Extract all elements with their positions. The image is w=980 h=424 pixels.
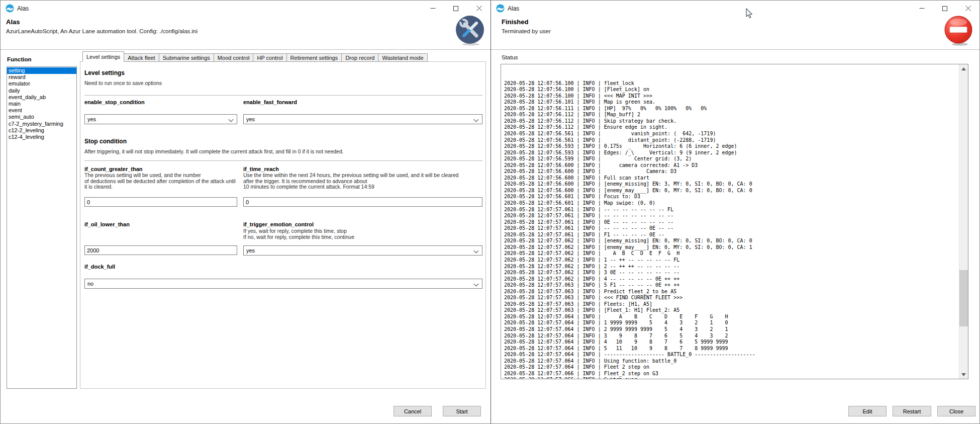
log-line: 2020-05-28 12:07:57.063 | INFO | [Fleet_… [504,307,755,314]
maximize-button[interactable] [933,1,956,16]
function-item-reward[interactable]: reward [7,74,76,80]
log-line: 2020-05-28 12:07:57.061 | INFO | 0E -- -… [504,219,755,226]
log-line: 2020-05-28 12:07:57.061 | INFO | -- -- -… [504,213,755,219]
if-dock-full-dropdown[interactable]: no [84,279,482,289]
log-lines: 2020-05-28 12:07:56.100 | INFO | fleet_l… [504,64,755,379]
function-list-label: Function [7,56,32,62]
function-item-c7-2-mystery-farming[interactable]: c7-2_mystery_farming [7,121,76,127]
chevron-down-icon [474,117,479,122]
mouse-cursor [744,8,753,20]
tab-wasteland-mode[interactable]: Wasteland mode [378,53,427,62]
maximize-button[interactable] [444,1,467,16]
no-entry-badge-icon [944,16,973,46]
minimize-button[interactable] [421,1,444,16]
tab-mood-control[interactable]: Mood control [214,53,254,62]
function-listbox[interactable]: settingrewardemulatordailyevent_daily_ab… [7,66,77,389]
function-item-emulator[interactable]: emulator [7,80,76,87]
dropdown-value: no [87,281,93,287]
log-line: 2020-05-28 12:07:57.062 | INFO | [enemy_… [504,244,755,251]
log-line: 2020-05-28 12:07:57.062 | INFO | 3 0E --… [504,270,755,276]
function-item-event[interactable]: event [7,107,76,114]
function-item-c12-2-leveling[interactable]: c12-2_leveling [7,127,76,134]
log-line: 2020-05-28 12:07:57.064 | INFO | 5 11 10… [504,346,755,352]
function-item-event-daily-ab[interactable]: event_daily_ab [7,94,76,101]
function-item-main[interactable]: main [7,101,76,107]
log-line: 2020-05-28 12:07:56.100 | INFO | fleet_l… [504,80,755,87]
log-line: 2020-05-28 12:07:56.112 | INFO | [Map_bu… [504,112,755,118]
log-line: 2020-05-28 12:07:57.064 | INFO | 3 9 8 7… [504,333,755,340]
settings-tabstrip: Level settingsAttack fleetSubmarine sett… [82,51,428,62]
if-dock-full-label: if_dock_full [84,264,115,270]
enable-stop-condition-dropdown[interactable]: yes [84,114,237,124]
close-button[interactable] [956,1,979,16]
log-line: 2020-05-28 12:07:56.600 | INFO | [enemy_… [504,188,755,194]
close-button[interactable] [467,1,491,16]
if-oil-lower-than-label: if_oil_lower_than [84,221,130,227]
log-line: 2020-05-28 12:07:57.064 | INFO | 4 10 9 … [504,339,755,346]
enable-stop-condition-label: enable_stop_condition [84,99,145,105]
separator [84,95,482,96]
log-line: 2020-05-28 12:07:57.062 | INFO | A B C D… [504,250,755,257]
log-line: 2020-05-28 12:07:57.061 | INFO | F1 -- -… [504,232,755,238]
log-line: 2020-05-28 12:07:56.601 | INFO | Map swi… [504,200,755,207]
separator [84,160,482,161]
titlebar[interactable]: Alas [1,1,491,16]
if-count-greater-than-desc: The previous setting will be used, and t… [84,173,239,190]
restart-button[interactable]: Restart [893,406,931,416]
tab-level-settings[interactable]: Level settings [82,51,124,62]
if-trigger-emotion-control-desc: If yes, wait for reply, complete this ti… [243,228,481,240]
if-oil-lower-than-input[interactable] [84,245,237,255]
page-title: Alas [6,18,20,26]
page-subtitle: AzurLaneAutoScript, An Azur Lane automat… [6,28,198,34]
log-line: 2020-05-28 12:07:57.064 | INFO | Fleet 2… [504,364,755,371]
function-item-setting[interactable]: setting [7,67,76,74]
function-item-c12-4-leveling[interactable]: c12-4_leveling [7,134,76,140]
minimize-button[interactable] [910,1,933,16]
tab-attack-fleet[interactable]: Attack fleet [124,53,159,62]
titlebar[interactable]: Alas [491,1,979,16]
scroll-down-icon[interactable] [959,370,968,379]
log-line: 2020-05-28 12:07:56.112 | INFO | Skip st… [504,118,755,125]
log-line: 2020-05-28 12:07:57.066 | INFO | Switch … [504,377,755,379]
cancel-button[interactable]: Cancel [394,406,432,416]
close-window-button[interactable]: Close [937,406,975,416]
enable-fast-forward-dropdown[interactable]: yes [243,114,482,124]
dropdown-value: yes [246,247,255,253]
log-line: 2020-05-28 12:07:56.599 | INFO | Center … [504,156,755,162]
if-trigger-emotion-control-dropdown[interactable]: yes [243,245,482,256]
start-button[interactable]: Start [443,406,481,416]
tab-drop-record[interactable]: Drop record [342,53,378,62]
alas-app-icon [496,4,505,13]
log-line: 2020-05-28 12:07:57.062 | INFO | 2 -- ++… [504,264,755,270]
section-subtitle-stop-condition: After triggering, it will not stop immed… [84,149,476,155]
log-line: 2020-05-28 12:07:56.561 | INFO | distant… [504,137,755,144]
log-scrollbar[interactable] [959,64,968,379]
alas-app-icon [6,4,14,13]
log-line: 2020-05-28 12:07:57.063 | INFO | <<< FIN… [504,295,755,301]
log-line: 2020-05-28 12:07:56.112 | INFO | Ensure … [504,124,755,131]
log-output[interactable]: 2020-05-28 12:07:56.100 | INFO | fleet_l… [501,64,968,379]
function-item-semi-auto[interactable]: semi_auto [7,114,76,120]
run-status-title: Finished [502,18,528,26]
if-time-reach-input[interactable] [243,197,482,207]
log-line: 2020-05-28 12:07:57.064 | INFO | 2 9999 … [504,326,755,333]
log-line: 2020-05-28 12:07:57.061 | INFO | -- -- -… [504,207,755,213]
tab-retirement-settings[interactable]: Retirement settings [287,53,342,62]
if-trigger-emotion-control-label: if_trigger_emotion_control [243,221,314,227]
log-line: 2020-05-28 12:07:57.062 | INFO | [enemy_… [504,238,755,244]
log-line: 2020-05-28 12:07:56.601 | INFO | Focus t… [504,194,755,200]
if-count-greater-than-input[interactable] [84,197,237,207]
function-item-daily[interactable]: daily [7,88,76,94]
log-line: 2020-05-28 12:07:56.600 | INFO | Full sc… [504,175,755,182]
log-line: 2020-05-28 12:07:56.600 | INFO | camera … [504,162,755,169]
tools-badge-icon [456,16,485,46]
dropdown-value: yes [87,116,96,122]
edit-button[interactable]: Edit [848,406,887,416]
tab-submarine-settings[interactable]: Submarine settings [159,53,214,62]
scroll-up-icon[interactable] [959,64,968,73]
scrollbar-thumb[interactable] [959,270,968,326]
status-label: Status [502,54,518,60]
caption-buttons [910,1,979,16]
log-line: 2020-05-28 12:07:56.100 | INFO | <<< MAP… [504,93,755,100]
tab-hp-control[interactable]: HP control [253,53,286,62]
